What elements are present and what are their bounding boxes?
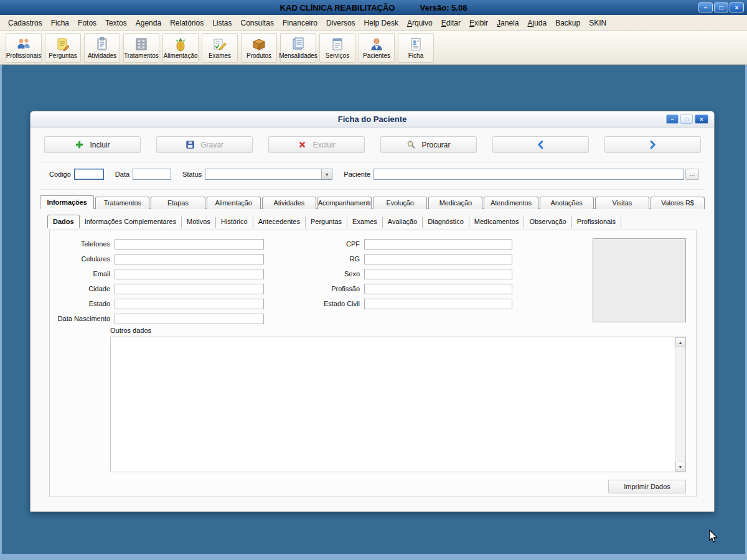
tab-atividades[interactable]: Atividades [262,197,316,209]
tab-etapas[interactable]: Etapas [151,197,205,209]
menu-item-financeiro[interactable]: Financeiro [278,19,322,27]
button-label: Incluir [90,141,110,149]
tab-alimentacao[interactable]: Alimentação [207,197,261,209]
procurar-button[interactable]: Procurar [380,136,477,153]
subtab-antecedentes[interactable]: Antecedentes [253,217,306,228]
data-input[interactable] [133,169,171,180]
incluir-button[interactable]: Incluir [44,136,141,153]
next-button[interactable] [604,136,701,153]
paciente-input[interactable] [374,169,684,180]
subtab-motivos[interactable]: Motivos [182,217,216,228]
menu-item-exibir[interactable]: Exibir [465,19,492,27]
menu-item-skin[interactable]: SKIN [585,19,611,27]
menu-item-fotos[interactable]: Fotos [73,19,101,27]
data-nascimento-input[interactable] [115,314,264,324]
celulares-input[interactable] [115,254,264,264]
profissao-label: Profissão [291,285,360,292]
paciente-browse-button[interactable]: ... [685,169,699,180]
sexo-input[interactable] [364,269,512,279]
data-label: Data [115,170,129,178]
tab-anotacoes[interactable]: Anotações [540,197,594,209]
paciente-label: Paciente [344,170,370,178]
subtab-historico[interactable]: Histórico [216,217,253,228]
questions-icon [55,37,70,52]
toolbar-alimentacao[interactable]: Alimentação [162,33,199,63]
subtab-profissionais[interactable]: Profissionais [572,217,621,228]
toolbar-servicos[interactable]: Serviços [319,33,355,63]
subtab-medicamentos[interactable]: Medicamentos [469,217,525,228]
delete-icon [298,140,307,149]
cpf-input[interactable] [364,239,512,250]
tab-tratamentos[interactable]: Tratamentos [95,197,149,209]
close-button[interactable]: × [730,2,744,12]
toolbar-perguntas[interactable]: Perguntas [45,33,81,63]
dropdown-arrow-icon[interactable]: ▼ [321,169,332,179]
menu-item-listas[interactable]: Listas [208,19,236,27]
subtab-perguntas[interactable]: Perguntas [306,217,347,228]
subtab-informacoes-complementares[interactable]: Informações Complementares [80,217,182,228]
profissao-input[interactable] [364,284,512,294]
tab-valores-r[interactable]: Valores R$ [651,197,705,209]
menu-item-agenda[interactable]: Agenda [131,19,166,27]
toolbar-tratamentos[interactable]: Tratamentos [123,33,159,63]
vertical-scrollbar[interactable]: ▲ ▼ [675,337,685,472]
tab-evolucao[interactable]: Evolução [373,197,427,209]
tab-atendimentos[interactable]: Atendimentos [484,197,538,209]
prev-button[interactable] [492,136,589,153]
rg-input[interactable] [364,254,512,264]
tab-visitas[interactable]: Visitas [595,197,649,209]
scroll-down-icon[interactable]: ▼ [675,462,685,472]
toolbar-button-label: Alimentação [163,52,197,59]
dialog-close-button[interactable]: × [695,114,708,124]
menu-item-consultas[interactable]: Consultas [237,19,278,27]
toolbar-atividades[interactable]: Atividades [84,33,120,63]
email-input[interactable] [115,269,264,279]
gravar-button[interactable]: Gravar [156,136,253,153]
maximize-button[interactable]: □ [714,2,728,12]
toolbar-pacientes[interactable]: Pacientes [359,33,395,63]
status-value[interactable] [205,169,321,179]
tab-acompanhamento[interactable]: Acompanhamento [317,197,372,209]
menu-item-arquivo[interactable]: Arquivo [403,19,437,27]
menu-bar: CadastrosFichaFotosTextosAgendaRelatório… [0,15,747,31]
minimize-button[interactable]: – [698,2,713,12]
subtab-avaliacao[interactable]: Avaliação [383,217,423,228]
imprimir-dados-button[interactable]: Imprimir Dados [608,480,686,493]
menu-item-help-desk[interactable]: Help Desk [360,19,403,27]
telefones-input[interactable] [115,239,264,250]
menu-item-backup[interactable]: Backup [551,19,585,27]
products-icon [251,37,266,52]
menu-item-diversos[interactable]: Diversos [322,19,360,27]
menu-item-textos[interactable]: Textos [101,19,131,27]
subtab-dados[interactable]: Dados [47,215,80,228]
codigo-input[interactable] [74,169,104,180]
toolbar-exames[interactable]: Exames [202,33,238,63]
outros-dados-textarea[interactable]: ▲ ▼ [110,337,686,472]
menu-item-ajuda[interactable]: Ajuda [523,19,551,27]
tab-medicacao[interactable]: Medicação [428,197,482,209]
subtab-exames[interactable]: Exames [347,217,383,228]
dialog-maximize-button[interactable]: □ [680,114,693,124]
toolbar-profissionais[interactable]: Profissionais [6,33,42,63]
menu-item-cadastros[interactable]: Cadastros [4,19,47,27]
estado-input[interactable] [115,299,264,309]
subtab-diagnostico[interactable]: Diagnóstico [423,217,469,228]
patient-photo-placeholder [593,238,686,322]
toolbar-ficha[interactable]: Ficha [398,33,434,63]
cidade-input[interactable] [115,284,264,294]
menu-item-janela[interactable]: Janela [492,19,523,27]
exams-icon [212,37,227,52]
status-select[interactable]: ▼ [205,169,332,180]
toolbar-mensalidades[interactable]: Mensalidades [280,33,316,63]
toolbar-produtos[interactable]: Produtos [241,33,277,63]
menu-item-editar[interactable]: Editar [437,19,465,27]
scroll-up-icon[interactable]: ▲ [675,337,685,347]
tab-informacoes[interactable]: Informações [40,195,94,209]
estado-civil-input[interactable] [364,299,512,309]
menu-item-ficha[interactable]: Ficha [47,19,73,27]
excluir-button[interactable]: Excluir [268,136,365,153]
document-fields-column: CPFRGSexoProfissãoEstado Civil [291,236,512,311]
menu-item-relatorios[interactable]: Relatórios [166,19,208,27]
subtab-observacao[interactable]: Observação [524,217,571,228]
dialog-minimize-button[interactable]: – [666,114,679,124]
